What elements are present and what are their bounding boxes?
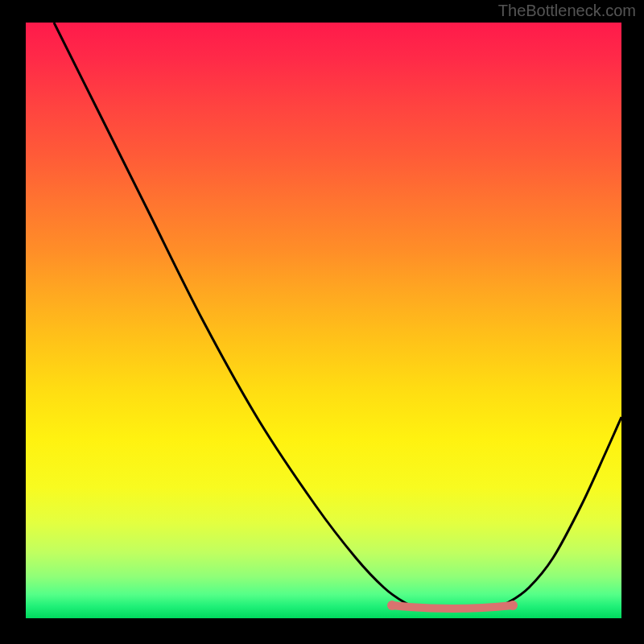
bottleneck-curve bbox=[54, 23, 621, 610]
chart-svg bbox=[26, 23, 621, 618]
optimal-range-marker bbox=[392, 605, 513, 609]
optimal-range-dot-right bbox=[508, 601, 518, 610]
optimal-range-dot-left bbox=[387, 601, 397, 610]
attribution-text: TheBottleneck.com bbox=[498, 2, 636, 20]
chart-plot-area bbox=[26, 23, 621, 618]
